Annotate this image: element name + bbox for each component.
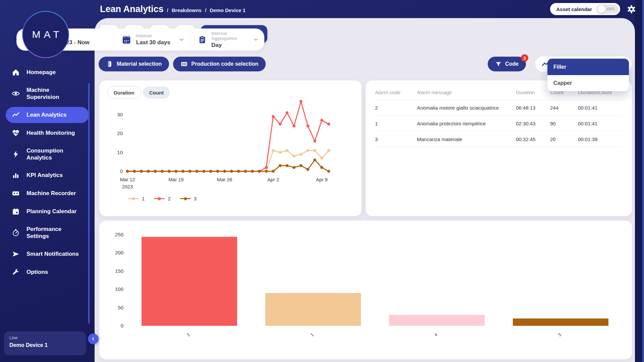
svg-text:Apr 9: Apr 9 <box>316 177 328 182</box>
svg-text:20: 20 <box>117 130 123 136</box>
legend-marker <box>128 197 139 200</box>
app-logo: MAT <box>22 11 69 58</box>
alarms-trend-line-card: Duration Count 0102030Mar 122023Mar 19Ma… <box>99 80 362 216</box>
svg-text:10: 10 <box>117 149 123 155</box>
breadcrumb-breakdowns[interactable]: Breakdowns <box>172 7 202 13</box>
asset-calendar-label: Asset calendar <box>556 6 592 12</box>
svg-text:2: 2 <box>185 332 191 338</box>
sidebar: MAT Homepage Machine Supervision Lean An… <box>0 0 95 362</box>
toggle-knob <box>597 5 605 13</box>
device-selector-card[interactable]: Line Demo Device 1 <box>4 331 86 355</box>
main-panel: Alarms Trend Start - End Mar 12, 2023 - … <box>95 18 635 362</box>
col-duration: Duration <box>516 89 550 95</box>
sidebar-item-lean-analytics[interactable]: Lean Analytics <box>6 107 89 123</box>
device-name: Demo Device 1 <box>9 342 81 348</box>
dropdown-option-filler[interactable]: Filler <box>547 59 629 75</box>
code-filter-label: Code <box>505 61 519 67</box>
sidebar-item-health-monitoring[interactable]: Health Monitoring <box>6 125 89 141</box>
view-toolbar: Alarms Trend Start - End Mar 12, 2023 - … <box>99 24 267 44</box>
page-title: Lean Analytics <box>100 4 164 14</box>
logo-text: MAT <box>29 29 62 40</box>
code-filter-button[interactable]: Code 3 <box>488 57 526 71</box>
svg-text:100: 100 <box>115 286 123 292</box>
svg-text:50: 50 <box>118 305 123 310</box>
svg-text:4: 4 <box>433 332 438 338</box>
home-icon <box>12 68 20 76</box>
topbar: Lean Analytics / Breakdowns / Demo Devic… <box>95 0 636 18</box>
material-selection-button[interactable]: Material selection <box>99 57 169 71</box>
sidebar-item-smart-notifications[interactable]: Smart Notifications <box>6 246 89 262</box>
toggle-off-text: OFF <box>607 7 615 11</box>
dropdown-option-capper[interactable]: Capper <box>547 75 629 91</box>
legend-marker <box>180 197 191 200</box>
clipboard-icon <box>198 35 207 45</box>
svg-text:Apr 2: Apr 2 <box>267 177 279 182</box>
sidebar-scrollbar[interactable] <box>88 83 90 324</box>
alarm-totals-bar-card: 0501001502002502143 <box>99 221 632 359</box>
calendar-icon <box>12 207 20 216</box>
chart-mode-tabs: Duration Count <box>107 86 354 99</box>
svg-text:1: 1 <box>309 332 315 338</box>
code-filter-badge: 3 <box>521 54 528 62</box>
svg-text:3: 3 <box>557 332 562 338</box>
sidebar-item-kpi-analytics[interactable]: KPI Analytics <box>6 167 89 183</box>
legend-item-1[interactable]: 1 <box>128 196 145 201</box>
chevron-down-icon <box>253 36 259 43</box>
sidebar-collapse-button[interactable] <box>88 334 99 344</box>
settings-button[interactable] <box>627 5 636 14</box>
table-row: 3 Mancanza materiale 00:32:45 20 00:01:3… <box>375 131 623 147</box>
bar-chart-icon <box>12 171 20 179</box>
asset-calendar-toggle-pill[interactable]: Asset calendar OFF <box>550 3 620 15</box>
svg-text:150: 150 <box>115 268 123 274</box>
svg-text:0: 0 <box>121 323 123 328</box>
legend-item-3[interactable]: 3 <box>180 196 197 201</box>
heart-pulse-icon <box>12 129 20 137</box>
legend-item-2[interactable]: 2 <box>154 196 170 201</box>
line-chart: 0102030Mar 122023Mar 19Mar 26Apr 2Apr 9 <box>107 99 354 195</box>
svg-text:Mar 26: Mar 26 <box>217 177 232 182</box>
svg-text:200: 200 <box>115 250 123 255</box>
breadcrumb: Lean Analytics / Breakdowns / Demo Devic… <box>95 4 246 14</box>
sidebar-item-homepage[interactable]: Homepage <box>6 64 89 80</box>
beaker-icon <box>106 60 113 68</box>
bar-chart: 0501001502002502143 <box>107 226 624 348</box>
alarm-table-card: Alarm code Alarm message Duration Count … <box>366 80 632 216</box>
eye-icon <box>12 89 20 98</box>
production-code-selection-button[interactable]: Production code selection <box>173 57 266 71</box>
sidebar-item-planning-calendar[interactable]: Planning Calendar <box>6 203 89 220</box>
interval-value: Last 30 days <box>136 39 170 46</box>
col-alarm-message: Alarm message <box>417 89 516 95</box>
bolt-icon <box>12 150 20 158</box>
table-row: 1 Anomalia protezioni riempitrice 02:30:… <box>375 116 623 131</box>
col-alarm-code: Alarm code <box>375 89 417 95</box>
tab-count[interactable]: Count <box>143 86 170 99</box>
calendar-days-icon <box>121 35 131 45</box>
aggregation-select[interactable]: Interval Aggregation Day <box>190 28 264 51</box>
sidebar-item-machine-supervision[interactable]: Machine Supervision <box>6 82 89 105</box>
sidebar-item-machine-recorder[interactable]: Machine Recorder <box>6 185 89 201</box>
breadcrumb-device[interactable]: Demo Device 1 <box>210 7 246 13</box>
legend-marker <box>154 197 165 200</box>
page-scrollbar-thumb[interactable] <box>642 0 644 362</box>
svg-text:0: 0 <box>120 168 123 174</box>
sidebar-item-options[interactable]: Options <box>6 264 89 280</box>
sidebar-nav: Homepage Machine Supervision Lean Analyt… <box>0 64 95 280</box>
sidebar-item-consumption-analytics[interactable]: Consumption Analytics <box>6 143 89 166</box>
device-line-label: Line <box>9 335 81 340</box>
interval-select[interactable]: Interval Last 30 days <box>114 28 190 51</box>
chevron-left-icon <box>90 336 96 342</box>
svg-text:Mar 19: Mar 19 <box>168 177 183 182</box>
funnel-icon <box>495 61 502 67</box>
aggregation-label: Interval Aggregation <box>211 31 248 41</box>
sidebar-item-performance-settings[interactable]: Performance Settings <box>6 222 89 244</box>
production-code-selection-label: Production code selection <box>191 61 258 67</box>
gear-icon <box>627 5 636 14</box>
aggregation-value: Day <box>211 42 248 49</box>
asset-calendar-switch[interactable]: OFF <box>597 4 618 14</box>
cassette-icon <box>12 189 20 197</box>
svg-text:2023: 2023 <box>122 184 133 189</box>
svg-text:Mar 12: Mar 12 <box>120 177 135 182</box>
machine-selection-dropdown: Filler Capper <box>547 59 629 91</box>
tab-duration[interactable]: Duration <box>107 86 141 99</box>
stopwatch-icon <box>12 229 20 237</box>
